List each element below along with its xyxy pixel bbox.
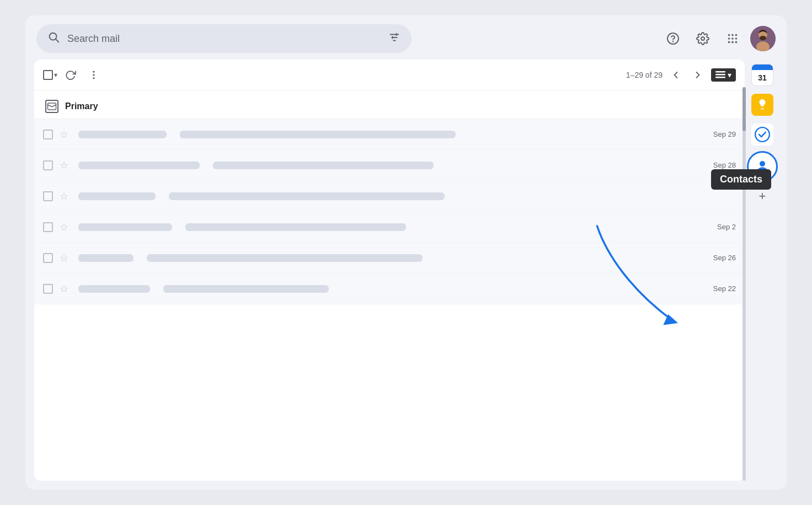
settings-button[interactable]	[691, 26, 715, 51]
table-row[interactable]: ☆ Sep 2	[34, 212, 745, 243]
email-date: Sep 26	[703, 254, 736, 262]
email-checkbox[interactable]	[43, 191, 53, 201]
star-icon[interactable]: ☆	[60, 190, 72, 202]
star-icon[interactable]: ☆	[60, 221, 72, 233]
contacts-tooltip: Contacts	[711, 169, 771, 190]
scrollbar-track	[742, 87, 746, 481]
email-content	[78, 285, 696, 293]
svg-point-11	[731, 34, 734, 36]
sender-skeleton	[78, 223, 172, 231]
keep-button[interactable]	[749, 92, 776, 118]
table-row[interactable]: ☆ Sep 26	[34, 243, 745, 273]
svg-point-17	[731, 41, 734, 44]
email-checkbox[interactable]	[43, 222, 53, 232]
checkbox-square	[43, 70, 53, 80]
subject-skeleton	[180, 131, 456, 138]
mail-panel: ▾ 1–29 of 29	[34, 60, 745, 481]
subject-skeleton	[163, 285, 329, 293]
sender-skeleton	[78, 131, 167, 138]
prev-page-button[interactable]	[667, 66, 685, 84]
star-icon[interactable]: ☆	[60, 159, 72, 171]
select-all-checkbox[interactable]: ▾	[43, 70, 57, 80]
calendar-button[interactable]: 31	[749, 62, 776, 88]
help-button[interactable]	[661, 26, 685, 51]
toolbar-center: 1–29 of 29 ▾	[626, 66, 736, 84]
apps-button[interactable]	[720, 26, 745, 51]
calendar-icon: 31	[751, 64, 773, 86]
search-bar[interactable]: Search mail	[36, 24, 412, 53]
search-filter-icon[interactable]	[388, 31, 400, 46]
svg-point-25	[93, 77, 94, 79]
svg-point-15	[735, 37, 738, 40]
svg-rect-26	[715, 71, 725, 73]
svg-point-18	[735, 41, 738, 44]
star-icon[interactable]: ☆	[60, 252, 72, 264]
inbox-icon	[45, 100, 58, 113]
content-area: ▾ 1–29 of 29	[34, 60, 778, 481]
email-date: Sep 28	[703, 161, 736, 169]
refresh-button[interactable]	[61, 65, 81, 85]
header-right	[661, 26, 776, 51]
email-content	[78, 254, 696, 262]
svg-point-21	[760, 36, 766, 40]
email-checkbox[interactable]	[43, 160, 53, 170]
svg-point-12	[735, 34, 738, 36]
email-checkbox[interactable]	[43, 130, 53, 139]
tasks-icon	[751, 123, 773, 146]
svg-point-31	[760, 161, 765, 166]
page-count-label: 1–29 of 29	[626, 71, 663, 79]
calendar-header	[752, 65, 773, 70]
email-date: Sep 29	[703, 130, 736, 138]
svg-point-8	[673, 41, 674, 42]
svg-line-1	[56, 39, 58, 42]
svg-point-30	[755, 127, 770, 142]
tasks-button[interactable]	[749, 121, 776, 148]
table-row[interactable]: ☆ Sep 22	[34, 273, 745, 304]
email-content	[78, 131, 696, 138]
subject-skeleton	[147, 254, 423, 262]
toolbar-left: ▾	[43, 65, 622, 85]
table-row[interactable]: ☆ Sep 29	[34, 119, 745, 150]
calendar-number: 31	[752, 70, 773, 85]
view-toggle-button[interactable]: ▾	[711, 68, 736, 82]
primary-label: Primary	[65, 101, 98, 111]
email-content	[78, 223, 696, 231]
table-row[interactable]: ☆ Sep 28	[34, 150, 745, 181]
keep-icon	[751, 94, 773, 116]
email-content	[78, 192, 696, 200]
star-icon[interactable]: ☆	[60, 128, 72, 141]
scrollbar-thumb[interactable]	[742, 87, 746, 131]
sender-skeleton	[78, 254, 133, 262]
svg-point-24	[93, 74, 94, 76]
header: Search mail	[34, 24, 778, 53]
more-options-button[interactable]	[84, 65, 104, 85]
view-chevron-icon: ▾	[728, 71, 731, 79]
sender-skeleton	[78, 162, 200, 169]
svg-rect-27	[715, 74, 725, 76]
app-container: Search mail	[25, 15, 787, 490]
table-row[interactable]: ☆	[34, 181, 745, 212]
svg-point-16	[728, 41, 730, 44]
svg-rect-28	[715, 77, 725, 78]
subject-skeleton	[169, 192, 445, 200]
sender-skeleton	[78, 285, 150, 293]
star-icon[interactable]: ☆	[60, 283, 72, 295]
email-checkbox[interactable]	[43, 284, 53, 294]
chevron-down-icon: ▾	[54, 71, 57, 79]
email-checkbox[interactable]	[43, 253, 53, 263]
subject-skeleton	[213, 162, 434, 169]
toolbar: ▾ 1–29 of 29	[34, 60, 745, 91]
next-page-button[interactable]	[689, 66, 707, 84]
svg-point-14	[731, 37, 734, 40]
email-list: ☆ Sep 29 ☆ Sep 28	[34, 119, 745, 481]
primary-section-header: Primary	[34, 91, 745, 119]
plus-icon: +	[759, 189, 766, 203]
sender-skeleton	[78, 192, 156, 200]
email-date: Sep 22	[703, 284, 736, 293]
avatar[interactable]	[750, 26, 776, 51]
search-icon	[47, 31, 60, 46]
email-content	[78, 162, 696, 169]
contacts-wrapper: Contacts	[747, 151, 778, 182]
svg-point-10	[728, 34, 730, 36]
email-date: Sep 2	[703, 223, 736, 231]
